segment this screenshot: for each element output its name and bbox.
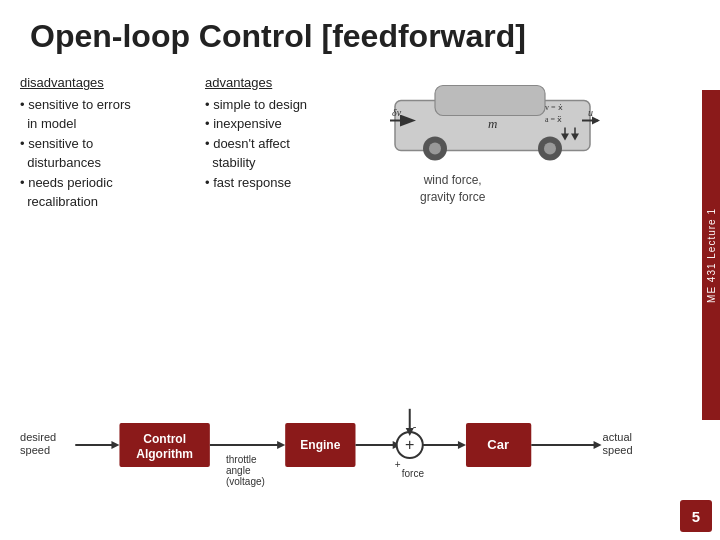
svg-rect-1: [435, 86, 545, 116]
svg-marker-47: [594, 441, 602, 449]
svg-text:desired: desired: [20, 431, 56, 443]
svg-point-3: [429, 143, 441, 155]
disadvantages-section: disadvantages • sensitive to errors in m…: [20, 73, 195, 212]
svg-text:Control: Control: [143, 432, 186, 446]
advantages-item-1: • simple to design: [205, 95, 380, 115]
svg-text:a = ẍ: a = ẍ: [545, 115, 562, 124]
block-diagram-svg: desired speed Control Algorithm throttle…: [15, 388, 698, 508]
disadvantages-item-2: • sensitive to disturbances: [20, 134, 195, 173]
svg-text:-: -: [413, 420, 417, 432]
svg-text:actual: actual: [603, 431, 632, 443]
svg-marker-22: [111, 441, 119, 449]
svg-text:Algorithm: Algorithm: [136, 447, 193, 461]
main-content: disadvantages • sensitive to errors in m…: [0, 63, 720, 212]
car-illustration: m δv u v = ẋ a = ẍ: [390, 73, 600, 168]
svg-text:Engine: Engine: [300, 438, 340, 452]
svg-point-5: [544, 143, 556, 155]
svg-text:u: u: [588, 107, 593, 118]
advantages-item-2: • inexpensive: [205, 114, 380, 134]
advantages-item-3: • doesn't affect stability: [205, 134, 380, 173]
svg-marker-43: [458, 441, 466, 449]
advantages-heading: advantages: [205, 73, 380, 93]
disadvantages-item-1: • sensitive to errors in model: [20, 95, 195, 134]
svg-text:δv: δv: [392, 107, 402, 118]
svg-marker-27: [277, 441, 285, 449]
wind-label: wind force,gravity force: [420, 172, 485, 206]
disadvantages-item-3: • needs periodic recalibration: [20, 173, 195, 212]
page-number-badge: 5: [680, 500, 712, 532]
svg-marker-10: [592, 117, 600, 125]
page-title: Open-loop Control [feedforward]: [0, 0, 720, 63]
svg-text:v = ẋ: v = ẋ: [545, 103, 563, 112]
svg-text:+: +: [405, 435, 414, 453]
svg-text:+: +: [395, 459, 401, 470]
slide-label-bar: ME 431 Lecture 1: [702, 90, 720, 420]
slide-label-text: ME 431 Lecture 1: [706, 208, 717, 303]
advantages-item-4: • fast response: [205, 173, 380, 193]
svg-text:(voltage): (voltage): [226, 476, 265, 487]
disadvantages-heading: disadvantages: [20, 73, 195, 93]
svg-text:m: m: [488, 116, 497, 131]
svg-text:force: force: [402, 468, 425, 479]
svg-text:speed: speed: [603, 444, 633, 456]
car-diagram: m δv u v = ẋ a = ẍ: [390, 73, 710, 212]
page: Open-loop Control [feedforward] disadvan…: [0, 0, 720, 540]
svg-text:Car: Car: [487, 437, 509, 452]
advantages-section: advantages • simple to design • inexpens…: [205, 73, 380, 212]
svg-text:throttle: throttle: [226, 454, 257, 465]
svg-text:speed: speed: [20, 444, 50, 456]
block-diagram: desired speed Control Algorithm throttle…: [15, 388, 698, 508]
svg-text:angle: angle: [226, 465, 251, 476]
